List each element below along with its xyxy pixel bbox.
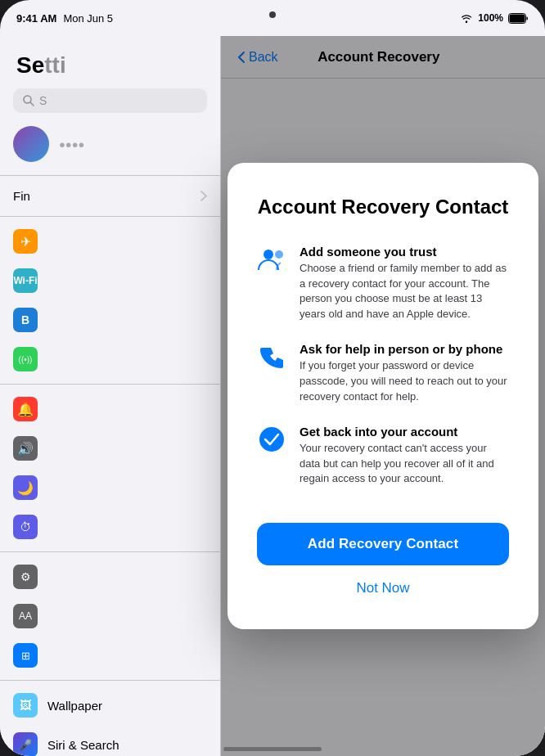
sidebar-item-screen-time[interactable]: ⏱: [0, 507, 220, 547]
main-content: Back Account Recovery Account Recovery C…: [221, 36, 545, 756]
sidebar-item-cellular[interactable]: ((•)): [0, 340, 220, 379]
phone-icon: [257, 342, 286, 371]
sidebar-item-sounds[interactable]: 🔊: [0, 429, 220, 468]
feature-text-trust: Add someone you trust Choose a friend or…: [300, 245, 509, 322]
siri-label: Siri & Search: [47, 738, 119, 752]
ipad-bg: Setti S ●●●● Fin: [0, 36, 545, 756]
feature-desc-trust: Choose a friend or family member to add …: [300, 261, 509, 322]
feature-list: Add someone you trust Choose a friend or…: [257, 245, 509, 487]
feature-title-help: Ask for help in person or by phone: [300, 342, 509, 356]
wifi-icon: [460, 13, 473, 23]
bluetooth-icon: B: [13, 308, 38, 332]
divider-3: [0, 384, 220, 385]
feature-title-access: Get back into your account: [300, 425, 509, 439]
feature-title-trust: Add someone you trust: [300, 245, 509, 259]
wallpaper-label: Wallpaper: [47, 699, 102, 713]
divider-4: [0, 551, 220, 552]
not-now-button[interactable]: Not Now: [353, 577, 412, 600]
home-icon: ⊞: [13, 643, 38, 668]
checkmark-circle-icon: [257, 425, 286, 454]
search-icon: [23, 95, 34, 106]
sidebar-section-bottom: 🖼 Wallpaper 🎤 Siri & Search: [0, 686, 220, 756]
feature-item-access: Get back into your account Your recovery…: [257, 425, 509, 488]
modal-title: Account Recovery Contact: [258, 196, 509, 218]
wallpaper-settings-icon: 🖼: [13, 693, 38, 718]
svg-point-6: [259, 427, 284, 452]
sidebar: Setti S ●●●● Fin: [0, 36, 221, 756]
sidebar-section-general: ⚙ AA ⊞: [0, 557, 220, 675]
modal: Account Recovery Contact: [227, 163, 538, 629]
sidebar-item-bluetooth[interactable]: B: [0, 300, 220, 340]
siri-icon: 🎤: [13, 732, 38, 756]
feature-item-help: Ask for help in person or by phone If yo…: [257, 342, 509, 405]
avatar: [13, 126, 49, 162]
sidebar-item-focus[interactable]: 🌙: [0, 468, 220, 507]
sidebar-title: Setti: [0, 44, 220, 83]
people-icon: [257, 245, 286, 274]
divider-5: [0, 680, 220, 681]
feature-text-help: Ask for help in person or by phone If yo…: [300, 342, 509, 405]
battery-text: 100%: [478, 12, 503, 24]
screen-time-icon: ⏱: [13, 515, 38, 539]
cellular-icon: ((•)): [13, 347, 38, 371]
feature-desc-help: If you forget your password or device pa…: [300, 358, 509, 405]
chevron-right-icon: [200, 191, 207, 201]
svg-point-4: [263, 250, 273, 259]
feature-text-access: Get back into your account Your recovery…: [300, 425, 509, 488]
profile-info: ●●●●: [59, 138, 84, 151]
status-bar: 9:41 AM Mon Jun 5 100%: [0, 0, 545, 36]
sidebar-item-display[interactable]: AA: [0, 596, 220, 636]
find-my-row[interactable]: Fin: [0, 181, 220, 211]
battery-icon: [508, 13, 529, 24]
status-date: Mon Jun 5: [63, 12, 113, 25]
add-recovery-contact-button[interactable]: Add Recovery Contact: [257, 523, 509, 565]
profile-row[interactable]: ●●●●: [0, 118, 220, 170]
divider-2: [0, 216, 220, 217]
svg-rect-1: [510, 14, 525, 22]
sidebar-section-sounds: 🔔 🔊 🌙 ⏱: [0, 389, 220, 547]
divider-1: [0, 175, 220, 176]
sidebar-search[interactable]: S: [13, 88, 207, 113]
svg-point-5: [275, 250, 283, 259]
sounds-icon: 🔊: [13, 436, 38, 461]
sidebar-item-airplane[interactable]: ✈: [0, 222, 220, 261]
svg-line-3: [30, 102, 34, 106]
display-icon: AA: [13, 604, 38, 628]
sidebar-item-general[interactable]: ⚙: [0, 557, 220, 596]
airplane-icon: ✈: [13, 229, 38, 254]
general-icon: ⚙: [13, 565, 38, 589]
notifications-icon: 🔔: [13, 397, 38, 421]
feature-item-trust: Add someone you trust Choose a friend or…: [257, 245, 509, 322]
search-placeholder: S: [39, 94, 47, 107]
sidebar-item-home[interactable]: ⊞: [0, 636, 220, 675]
feature-desc-access: Your recovery contact can't access your …: [300, 441, 509, 488]
find-my-label: Fin: [13, 189, 30, 203]
wifi-settings-icon: Wi-Fi: [13, 268, 38, 293]
focus-icon: 🌙: [13, 475, 38, 500]
camera-dot: [269, 11, 276, 18]
sidebar-item-notifications[interactable]: 🔔: [0, 389, 220, 429]
modal-overlay: Account Recovery Contact: [221, 36, 545, 756]
ipad-frame: 9:41 AM Mon Jun 5 100% Setti: [0, 0, 545, 756]
sidebar-item-wallpaper[interactable]: 🖼 Wallpaper: [0, 686, 220, 725]
sidebar-section-apps: ✈ Wi-Fi B ((•)): [0, 222, 220, 379]
sidebar-item-wifi[interactable]: Wi-Fi: [0, 261, 220, 300]
sidebar-item-siri[interactable]: 🎤 Siri & Search: [0, 725, 220, 756]
status-time: 9:41 AM: [16, 12, 56, 25]
status-right: 100%: [460, 12, 529, 24]
